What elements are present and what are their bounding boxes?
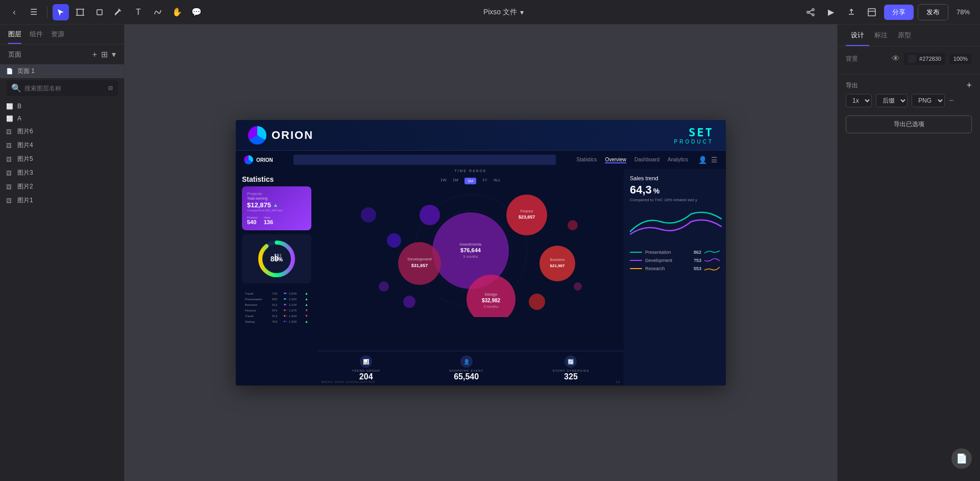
nav-overview[interactable]: Overview bbox=[605, 157, 626, 163]
time-1w[interactable]: 1W bbox=[440, 178, 447, 184]
time-1y[interactable]: 1Y bbox=[482, 178, 487, 184]
table-row: Business 512 2,140 ▲ bbox=[245, 302, 308, 307]
publish-button[interactable]: 发布 bbox=[918, 4, 948, 20]
back-button[interactable]: ‹ bbox=[6, 4, 22, 20]
floating-doc-button[interactable]: 📄 bbox=[951, 448, 972, 469]
pen2-tool[interactable] bbox=[150, 4, 166, 20]
select-tool[interactable] bbox=[53, 4, 69, 20]
search-filter-icon[interactable]: ⊟ bbox=[108, 85, 113, 91]
eye-icon[interactable]: 👁 bbox=[112, 170, 118, 176]
add-page-button[interactable]: + bbox=[92, 50, 97, 59]
page-dropdown-button[interactable]: ▾ bbox=[112, 50, 116, 59]
eye-icon[interactable]: 👁 bbox=[112, 128, 118, 135]
page-grid-button[interactable]: ⊞ bbox=[101, 50, 108, 59]
dc-body: Statistics Projects Total earning $12,87… bbox=[236, 169, 726, 386]
layer-item[interactable]: 🖼 图片6 🔒 👁 bbox=[0, 125, 124, 138]
legend-label-presentation: Presentation bbox=[645, 250, 691, 255]
hand-tool[interactable]: ✋ bbox=[169, 4, 185, 20]
lock-icon[interactable]: 🔒 bbox=[103, 183, 110, 190]
layer-item[interactable]: ⬜ A 🔒 👁 bbox=[0, 112, 124, 125]
dc-bubble-area: TIME RANGE 1W 1M 3M 1Y ALL bbox=[317, 169, 624, 386]
time-all[interactable]: ALL bbox=[494, 178, 501, 184]
layout-button[interactable] bbox=[864, 4, 880, 20]
eye-icon[interactable]: 👁 bbox=[112, 142, 118, 149]
dc-sales-right: Sales trend 64,3 % Compared to THC 18% i… bbox=[624, 169, 726, 386]
lock-icon[interactable]: 🔒 bbox=[103, 156, 110, 162]
tab-components[interactable]: 组件 bbox=[30, 30, 43, 44]
lock-icon[interactable]: 🔒 bbox=[103, 115, 110, 122]
comment-tool[interactable]: 💬 bbox=[188, 4, 205, 20]
lock-icon[interactable]: 🔒 bbox=[103, 103, 110, 110]
total-earning-compare: Compared to $21,490 last bbox=[247, 209, 306, 212]
menu-icon: ☰ bbox=[711, 156, 718, 164]
search-input[interactable] bbox=[24, 85, 105, 92]
remove-export-button[interactable]: − bbox=[949, 96, 953, 105]
lock-icon[interactable]: 🔒 bbox=[103, 170, 110, 176]
mini-chart-development bbox=[704, 257, 720, 263]
pen-tool[interactable] bbox=[111, 4, 127, 20]
eye-icon[interactable]: 👁 bbox=[112, 156, 118, 162]
image-icon: 🖼 bbox=[6, 156, 14, 162]
share-button[interactable]: 分享 bbox=[884, 5, 914, 20]
user-icon: 👤 bbox=[698, 156, 707, 164]
color-swatch[interactable]: #272830 bbox=[904, 53, 945, 65]
svg-rect-0 bbox=[77, 9, 83, 15]
story-icon: 🔄 bbox=[565, 355, 577, 368]
zoom-level[interactable]: 78% bbox=[952, 6, 974, 18]
export-format-select[interactable]: PNG bbox=[912, 94, 945, 107]
total-earning-label: Total earning bbox=[247, 197, 306, 200]
pages-section: 页面 + ⊞ ▾ bbox=[0, 44, 124, 64]
nav-analytics[interactable]: Analytics bbox=[668, 157, 688, 163]
export-suffix-select[interactable]: 后缀 bbox=[876, 94, 908, 107]
layer-item[interactable]: 🖼 图片4 🔒 👁 bbox=[0, 138, 124, 152]
eye-icon[interactable]: 👁 bbox=[112, 115, 118, 122]
layer-item[interactable]: 🖼 图片2 🔒 👁 bbox=[0, 180, 124, 194]
export-selection-button[interactable]: 导出已选项 bbox=[846, 115, 972, 133]
eye-icon[interactable]: 👁 bbox=[112, 197, 118, 204]
background-row: 背景 👁 #272830 100% bbox=[846, 53, 972, 65]
layer-item[interactable]: 🖼 图片1 🔒 👁 bbox=[0, 194, 124, 207]
right-panel: 设计 标注 原型 背景 👁 #272830 100% 导出 + bbox=[837, 25, 980, 481]
layer-item[interactable]: 🖼 图片3 🔒 👁 bbox=[0, 166, 124, 180]
tab-layers[interactable]: 图层 bbox=[8, 30, 21, 44]
lock-icon[interactable]: 🔒 bbox=[103, 128, 110, 135]
trend-group-icon: 📊 bbox=[360, 355, 372, 368]
nav-dashboard[interactable]: Dashboard bbox=[634, 157, 659, 163]
tab-assets[interactable]: 资源 bbox=[51, 30, 64, 44]
data-version: 1.0 bbox=[616, 380, 620, 383]
text-tool[interactable]: T bbox=[130, 4, 146, 20]
eye-icon[interactable]: 👁 bbox=[112, 103, 118, 110]
views-value: 136 bbox=[264, 219, 273, 225]
layer-item[interactable]: ⬜ B 🔒 👁 bbox=[0, 100, 124, 112]
layer-item[interactable]: 🖼 图片5 🔒 👁 bbox=[0, 152, 124, 166]
export-scale-select[interactable]: 1x bbox=[846, 94, 872, 107]
frame-tool[interactable] bbox=[72, 4, 88, 20]
time-1m[interactable]: 1M bbox=[453, 178, 458, 184]
layer-name: 图片1 bbox=[17, 196, 100, 205]
tab-design[interactable]: 设计 bbox=[846, 25, 869, 46]
eye-visibility-icon[interactable]: 👁 bbox=[892, 54, 900, 63]
background-section: 背景 👁 #272830 100% bbox=[838, 46, 980, 75]
canvas-area[interactable]: ORION SET PRODUCT ORION Statistics bbox=[125, 25, 837, 481]
table-row: Startup 419 1,320 ▲ bbox=[245, 319, 308, 324]
menu-button[interactable]: ☰ bbox=[26, 4, 42, 20]
nav-statistics[interactable]: Statistics bbox=[576, 157, 597, 163]
lock-icon[interactable]: 🔒 bbox=[103, 142, 110, 149]
stat-story: 🔄 STORY SYNERGIES 325 bbox=[552, 355, 589, 381]
lock-icon[interactable]: 🔒 bbox=[103, 197, 110, 204]
page-item[interactable]: 📄 页面 1 bbox=[0, 64, 124, 78]
play-button[interactable]: ▶ bbox=[823, 4, 839, 20]
export-title: 导出 + bbox=[846, 81, 972, 90]
gauge-text: 89% bbox=[271, 255, 283, 263]
time-3m[interactable]: 3M bbox=[464, 178, 476, 184]
svg-text:9 months: 9 months bbox=[463, 255, 478, 258]
tab-prototype[interactable]: 原型 bbox=[893, 25, 916, 46]
upload-button[interactable] bbox=[843, 4, 860, 20]
tab-annotation[interactable]: 标注 bbox=[869, 25, 893, 46]
shape-tool[interactable] bbox=[91, 4, 108, 20]
eye-icon[interactable]: 👁 bbox=[112, 183, 118, 190]
mini-chart-research bbox=[704, 266, 720, 272]
svg-text:$31,657: $31,657 bbox=[411, 263, 428, 268]
add-export-button[interactable]: + bbox=[966, 81, 972, 90]
share-icon-btn[interactable] bbox=[802, 4, 819, 20]
